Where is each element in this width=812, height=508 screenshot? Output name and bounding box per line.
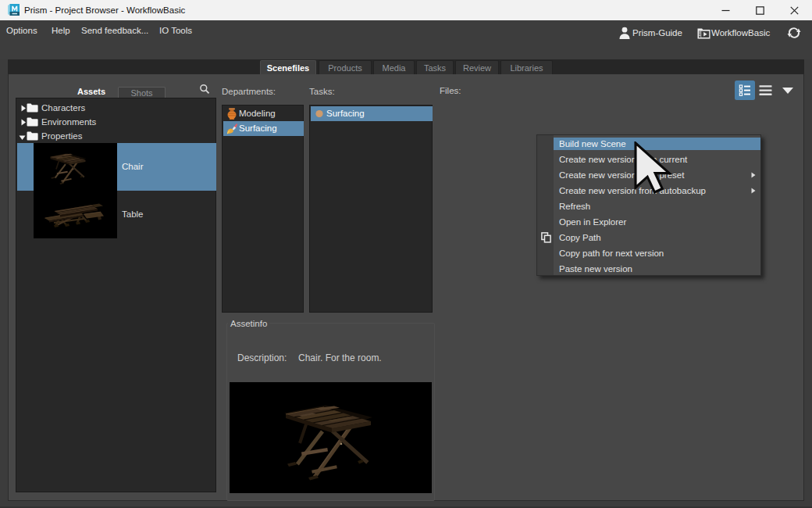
detail-view-button[interactable]	[735, 80, 755, 100]
department-item-label: Surfacing	[239, 121, 277, 136]
list-view-button[interactable]	[756, 80, 776, 100]
folder-icon	[27, 103, 38, 113]
menu-item-label: Refresh	[559, 200, 590, 213]
folder-icon	[27, 117, 38, 127]
menu-item-label: Open in Explorer	[559, 216, 626, 228]
submenu-arrow-icon	[751, 188, 756, 194]
window-title: Prism - Project Browser - WorkflowBasic	[24, 0, 185, 20]
chevron-right-icon[interactable]	[20, 105, 27, 112]
task-item-surfacing[interactable]: Surfacing	[311, 106, 433, 121]
minimize-icon	[721, 6, 730, 15]
maximize-button[interactable]	[743, 0, 777, 20]
menu-item-copy-path-next-version[interactable]: Copy path for next version	[554, 247, 760, 259]
description-label: Description:	[237, 352, 287, 364]
description-value: Chair. For the room.	[298, 352, 382, 364]
asset-item-table[interactable]: Table	[17, 191, 216, 238]
picnic-table-render	[34, 191, 117, 238]
tab-tasks[interactable]: Tasks	[416, 60, 454, 74]
submenu-arrow-icon	[751, 172, 756, 178]
search-icon[interactable]	[199, 84, 210, 95]
tree-item-label: Characters	[41, 101, 85, 115]
maya-app-icon	[7, 3, 20, 16]
table-thumbnail	[34, 191, 117, 238]
pottery-icon	[226, 108, 237, 120]
tree-item-properties[interactable]: Properties	[17, 129, 215, 143]
project-name-label[interactable]: WorkflowBasic	[711, 20, 770, 46]
minimize-button[interactable]	[708, 0, 743, 20]
department-item-modeling[interactable]: Modeling	[223, 106, 304, 121]
menu-item-label: Build new Scene	[559, 138, 626, 150]
paintbrush-icon	[226, 123, 237, 134]
menu-io-tools[interactable]: IO Tools	[159, 20, 192, 41]
menu-item-label: Copy Path	[559, 231, 601, 244]
detail-view-icon	[735, 80, 755, 100]
maximize-icon	[756, 6, 764, 15]
tab-libraries[interactable]: Libraries	[500, 60, 553, 74]
task-dot-icon	[314, 108, 325, 120]
close-button[interactable]	[777, 0, 811, 20]
context-menu-icon-column	[537, 135, 554, 275]
menu-item-label: Paste new version	[559, 263, 632, 275]
departments-label: Departments:	[222, 85, 276, 98]
asset-item-chair[interactable]: Chair	[17, 143, 216, 191]
close-icon	[790, 6, 799, 15]
department-item-surfacing[interactable]: Surfacing	[223, 121, 304, 136]
view-options-button[interactable]	[780, 80, 796, 100]
menu-item-paste-new-version[interactable]: Paste new version	[554, 263, 760, 275]
chevron-down-icon	[780, 80, 796, 100]
copy-icon	[541, 232, 551, 243]
tab-media[interactable]: Media	[373, 60, 415, 74]
menu-item-label: Copy path for next version	[559, 247, 664, 259]
chair-render	[34, 143, 117, 191]
tasks-label: Tasks:	[309, 85, 335, 98]
menu-send-feedback[interactable]: Send feedback...	[81, 20, 148, 41]
department-item-label: Modeling	[239, 106, 276, 121]
files-label: Files:	[440, 84, 461, 97]
tab-review[interactable]: Review	[455, 60, 499, 74]
asset-preview-image	[230, 382, 432, 493]
list-view-icon	[756, 80, 776, 100]
asset-tree: Characters Environments Properties Chair…	[16, 98, 216, 492]
tab-scenefiles[interactable]: Scenefiles	[260, 60, 316, 74]
assetinfo-title: Assetinfo	[228, 318, 269, 330]
asset-item-label: Table	[122, 191, 144, 238]
tree-item-label: Properties	[41, 129, 82, 143]
menu-item-copy-path[interactable]: Copy Path	[554, 231, 760, 244]
chevron-right-icon[interactable]	[20, 119, 27, 126]
tree-item-environments[interactable]: Environments	[17, 115, 215, 129]
menu-item-open-in-explorer[interactable]: Open in Explorer	[554, 216, 760, 228]
current-user-label[interactable]: Prism-Guide	[632, 20, 682, 46]
tab-products[interactable]: Products	[319, 60, 372, 74]
asset-item-label: Chair	[122, 143, 143, 191]
departments-list: Modeling Surfacing	[222, 105, 304, 313]
chevron-down-icon[interactable]	[19, 134, 26, 141]
folder-icon	[27, 131, 38, 141]
tree-item-label: Environments	[41, 115, 96, 129]
tab-shots[interactable]: Shots	[118, 87, 166, 98]
mouse-cursor-icon	[634, 141, 673, 196]
tree-item-characters[interactable]: Characters	[17, 101, 215, 115]
refresh-icon[interactable]	[787, 27, 801, 39]
menu-help[interactable]: Help	[52, 20, 70, 41]
titlebar: Prism - Project Browser - WorkflowBasic	[0, 0, 812, 20]
tasks-list: Surfacing	[309, 105, 433, 313]
user-icon	[619, 27, 630, 39]
chair-preview-render	[230, 382, 432, 493]
chair-thumbnail	[34, 143, 117, 191]
task-item-label: Surfacing	[326, 106, 365, 121]
menu-item-label: Create new version from autobackup	[559, 184, 706, 197]
menu-item-refresh[interactable]: Refresh	[554, 200, 760, 213]
menu-options[interactable]: Options	[6, 20, 37, 41]
project-icon	[697, 27, 710, 39]
